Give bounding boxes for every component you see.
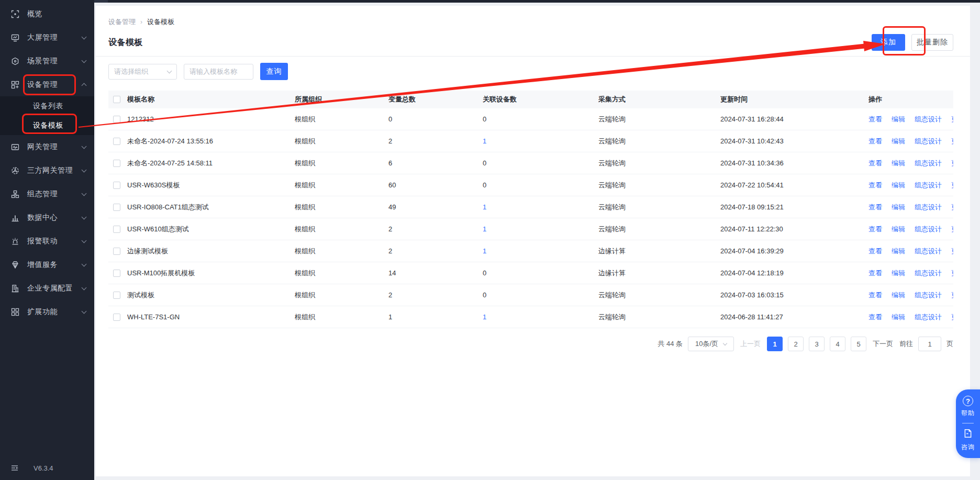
row-checkbox[interactable] xyxy=(113,226,120,233)
row-checkbox[interactable] xyxy=(113,314,120,321)
previous-page-button[interactable]: 上一页 xyxy=(740,339,761,349)
view-link[interactable]: 查看 xyxy=(868,137,882,146)
row-checkbox[interactable] xyxy=(113,116,120,123)
associated-devices-count[interactable]: 1 xyxy=(483,203,486,211)
sidebar-item-scene[interactable]: 场景管理 xyxy=(0,49,94,73)
add-button[interactable]: 添加 xyxy=(872,34,905,51)
associated-devices-count[interactable]: 1 xyxy=(483,313,486,321)
view-link[interactable]: 查看 xyxy=(868,115,882,124)
goto-page-input[interactable] xyxy=(918,337,941,351)
configuration-design-link[interactable]: 组态设计 xyxy=(915,247,942,256)
more-link[interactable]: 更多 xyxy=(951,312,953,322)
configuration-design-link[interactable]: 组态设计 xyxy=(915,115,942,124)
edit-link[interactable]: 编辑 xyxy=(892,269,905,278)
view-link[interactable]: 查看 xyxy=(868,203,882,212)
template-name-input[interactable] xyxy=(184,64,253,80)
view-link[interactable]: 查看 xyxy=(868,159,882,168)
configuration-design-link[interactable]: 组态设计 xyxy=(915,225,942,234)
search-button[interactable]: 查询 xyxy=(260,63,288,80)
collection-method-cell: 云端轮询 xyxy=(598,291,720,300)
page-number-button[interactable]: 2 xyxy=(788,337,804,351)
associated-devices-count[interactable]: 1 xyxy=(483,137,486,145)
batch-delete-button[interactable]: 批量删除 xyxy=(911,34,953,51)
page-size-select[interactable]: 10条/页 xyxy=(688,337,734,351)
operations-cell: 查看 编辑 组态设计 更多 xyxy=(868,312,953,322)
sidebar-item-device-template[interactable]: 设备模板 xyxy=(0,116,94,135)
edit-link[interactable]: 编辑 xyxy=(892,159,905,168)
sidebar-item-device[interactable]: 设备管理 xyxy=(0,73,94,96)
more-link[interactable]: 更多 xyxy=(951,291,953,300)
edit-link[interactable]: 编辑 xyxy=(892,181,905,190)
collection-method-cell: 云端轮询 xyxy=(598,137,720,146)
help-button[interactable]: ? 帮助 xyxy=(961,396,975,418)
more-link[interactable]: 更多 xyxy=(951,247,953,256)
configuration-design-link[interactable]: 组态设计 xyxy=(915,269,942,278)
edit-link[interactable]: 编辑 xyxy=(892,115,905,124)
chevron-down-icon xyxy=(167,68,172,73)
sidebar-item-overview[interactable]: 概览 xyxy=(0,2,94,26)
select-all-checkbox[interactable] xyxy=(113,96,120,103)
view-link[interactable]: 查看 xyxy=(868,247,882,256)
page-number-button[interactable]: 1 xyxy=(767,337,783,351)
view-link[interactable]: 查看 xyxy=(868,225,882,234)
row-checkbox[interactable] xyxy=(113,248,120,255)
more-link[interactable]: 更多 xyxy=(951,225,953,234)
sidebar-item-gateway[interactable]: 网关管理 xyxy=(0,135,94,159)
next-page-button[interactable]: 下一页 xyxy=(873,339,893,349)
sidebar-item-value-service[interactable]: 增值服务 xyxy=(0,253,94,276)
header-template-name: 模板名称 xyxy=(127,95,295,104)
view-link[interactable]: 查看 xyxy=(868,269,882,278)
row-checkbox-cell xyxy=(108,226,127,233)
sidebar-item-big-screen[interactable]: 大屏管理 xyxy=(0,26,94,49)
sidebar-item-device-list[interactable]: 设备列表 xyxy=(0,96,94,116)
sidebar-item-third-gateway[interactable]: 三方网关管理 xyxy=(0,159,94,182)
view-link[interactable]: 查看 xyxy=(868,312,882,322)
device-submenu: 设备列表 设备模板 xyxy=(0,96,94,135)
edit-link[interactable]: 编辑 xyxy=(892,312,905,322)
row-checkbox[interactable] xyxy=(113,160,120,167)
organization-select[interactable]: 请选择组织 xyxy=(108,64,177,80)
sidebar-item-alarm[interactable]: 报警联动 xyxy=(0,229,94,253)
page-number-button[interactable]: 4 xyxy=(830,337,845,351)
edit-link[interactable]: 编辑 xyxy=(892,225,905,234)
more-link[interactable]: 更多 xyxy=(951,159,953,168)
template-name-cell: USR-IO808-CAT1组态测试 xyxy=(127,203,295,212)
edit-link[interactable]: 编辑 xyxy=(892,291,905,300)
more-link[interactable]: 更多 xyxy=(951,269,953,278)
sidebar-item-extension[interactable]: 扩展功能 xyxy=(0,300,94,323)
sidebar-item-configuration[interactable]: 组态管理 xyxy=(0,182,94,206)
configuration-design-link[interactable]: 组态设计 xyxy=(915,137,942,146)
edit-link[interactable]: 编辑 xyxy=(892,137,905,146)
more-link[interactable]: 更多 xyxy=(951,115,953,124)
row-checkbox[interactable] xyxy=(113,182,120,189)
more-link[interactable]: 更多 xyxy=(951,203,953,212)
configuration-design-link[interactable]: 组态设计 xyxy=(915,159,942,168)
sidebar-item-data-center[interactable]: 数据中心 xyxy=(0,206,94,229)
row-checkbox[interactable] xyxy=(113,204,120,211)
page-number-button[interactable]: 3 xyxy=(809,337,825,351)
update-time-cell: 2024-07-31 16:28:44 xyxy=(720,115,868,123)
select-all-cell xyxy=(108,96,127,103)
sidebar-item-label: 企业专属配置 xyxy=(27,284,82,293)
sidebar-item-enterprise-config[interactable]: 企业专属配置 xyxy=(0,276,94,300)
associated-devices-count[interactable]: 1 xyxy=(483,225,486,233)
more-link[interactable]: 更多 xyxy=(951,137,953,146)
view-link[interactable]: 查看 xyxy=(868,291,882,300)
configuration-design-link[interactable]: 组态设计 xyxy=(915,291,942,300)
sidebar-item-label: 组态管理 xyxy=(27,189,82,199)
page-number-button[interactable]: 5 xyxy=(851,337,866,351)
consult-button[interactable]: 咨询 xyxy=(961,429,975,452)
configuration-design-link[interactable]: 组态设计 xyxy=(915,181,942,190)
edit-link[interactable]: 编辑 xyxy=(892,203,905,212)
configuration-design-link[interactable]: 组态设计 xyxy=(915,203,942,212)
collapse-sidebar-icon[interactable] xyxy=(10,464,19,472)
row-checkbox[interactable] xyxy=(113,138,120,145)
associated-devices-count[interactable]: 1 xyxy=(483,247,486,255)
view-link[interactable]: 查看 xyxy=(868,181,882,190)
more-link[interactable]: 更多 xyxy=(951,181,953,190)
breadcrumb-parent[interactable]: 设备管理 xyxy=(108,17,136,27)
row-checkbox[interactable] xyxy=(113,270,120,277)
configuration-design-link[interactable]: 组态设计 xyxy=(915,312,942,322)
edit-link[interactable]: 编辑 xyxy=(892,247,905,256)
row-checkbox[interactable] xyxy=(113,292,120,299)
